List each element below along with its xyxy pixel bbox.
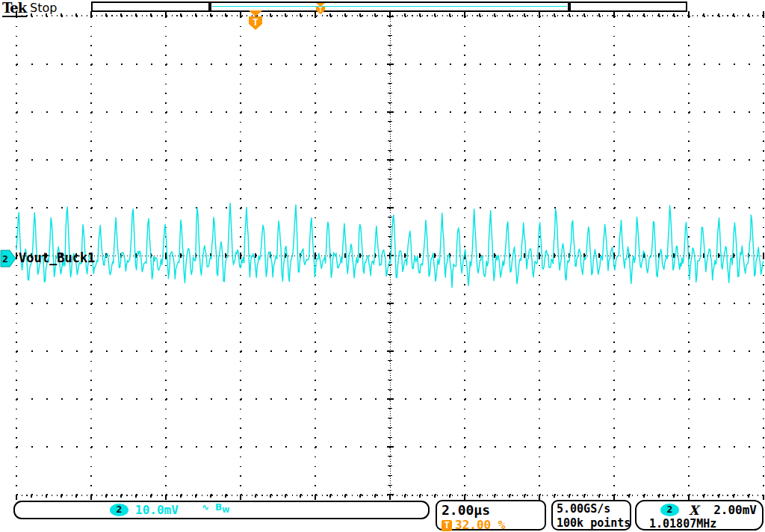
record-length: 100k points [557,516,628,531]
svg-text:2: 2 [2,253,8,265]
bandwidth-limit-icon: BW [215,502,229,514]
channel2-readout[interactable]: 2 10.0mV ∿ BW [13,501,430,519]
coupling-icon: ∿ [202,502,209,513]
channel2-badge: 2 [110,504,128,516]
oscilloscope-screen: Tek Stop T T 2 Vout_Buck1 2 10.0mV ∿ B [0,0,765,532]
trigger-level: 2.00mV [713,503,757,517]
graticule-display: T 2 [0,0,765,532]
time-per-division: 2.00µs [442,502,540,518]
trigger-readout[interactable]: 2 X 2.00mV 1.01807MHz [635,500,764,531]
trigger-position-marker-icon[interactable]: T [249,10,262,30]
channel-trace-label: Vout_Buck1 [19,250,95,265]
trigger-t-icon: T [442,520,452,531]
channel2-scale: 10.0mV [135,503,179,517]
sample-rate: 5.00GS/s [557,502,628,516]
trigger-frequency: 1.01807MHz [649,517,716,531]
channel2-position-marker[interactable]: 2 [1,250,16,267]
horizontal-readout[interactable]: 2.00µs T32.00 % [436,500,546,531]
trigger-position-percent: 32.00 % [455,518,505,532]
acquisition-readout[interactable]: 5.00GS/s 100k points [551,500,631,531]
trigger-source-badge: 2 [660,504,679,516]
svg-text:T: T [253,16,258,28]
trigger-slope-icon: X [689,503,699,518]
